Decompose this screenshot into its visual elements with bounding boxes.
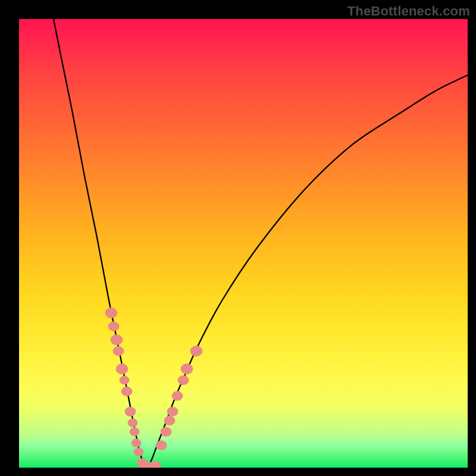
sample-dot [121,387,132,396]
sample-dot [164,416,175,425]
sample-dot [156,441,167,450]
sample-dot [161,427,171,436]
sample-dot [181,364,193,374]
sample-dot [190,346,202,356]
sample-dot [131,439,141,447]
chart-frame: TheBottleneck.com [0,0,476,476]
plot-area [19,19,468,468]
right-curve [147,75,468,468]
sample-dot [172,392,183,400]
sample-dot [151,461,161,468]
watermark-text: TheBottleneck.com [347,4,470,19]
sample-dot [134,448,143,456]
sample-dot [113,346,124,355]
sample-dot [178,375,189,384]
sample-dot [128,419,137,427]
sample-dot [108,322,119,331]
dots-group [105,308,202,468]
curves-svg [19,19,468,468]
sample-dot [130,428,139,436]
sample-dot [116,364,128,374]
sample-dot [120,376,129,384]
sample-dot [105,308,117,318]
sample-dot [167,407,178,416]
left-curve [54,19,147,468]
sample-dot [125,407,136,416]
sample-dot [111,335,123,345]
